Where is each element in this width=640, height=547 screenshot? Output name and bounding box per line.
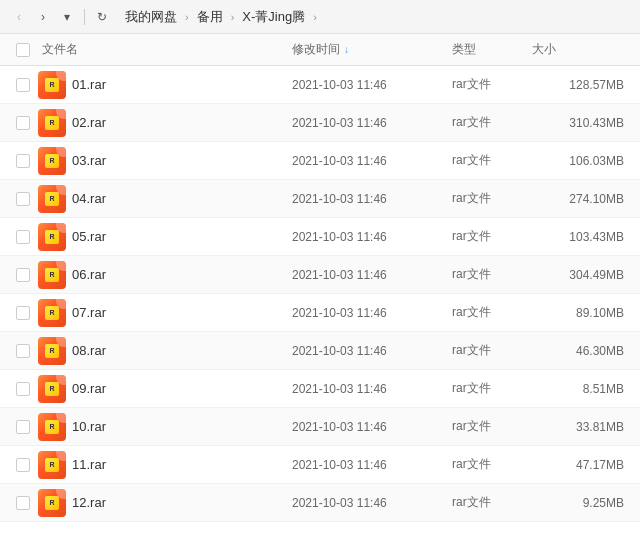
- header-modified-label: 修改时间: [292, 41, 340, 58]
- row-checkbox-10[interactable]: [16, 458, 30, 472]
- row-checkbox-5[interactable]: [16, 268, 30, 282]
- file-size-11: 9.25MB: [532, 496, 632, 510]
- refresh-button[interactable]: ↻: [91, 6, 113, 28]
- header-size[interactable]: 大小: [532, 41, 632, 58]
- table-row[interactable]: R 11.rar 2021-10-03 11:46 rar文件 47.17MB: [0, 446, 640, 484]
- row-checkbox-8[interactable]: [16, 382, 30, 396]
- file-size-9: 33.81MB: [532, 420, 632, 434]
- row-check-10[interactable]: [8, 458, 38, 472]
- row-checkbox-0[interactable]: [16, 78, 30, 92]
- file-size-0: 128.57MB: [532, 78, 632, 92]
- table-row[interactable]: R 07.rar 2021-10-03 11:46 rar文件 89.10MB: [0, 294, 640, 332]
- file-name-9: 10.rar: [72, 419, 292, 434]
- row-check-5[interactable]: [8, 268, 38, 282]
- file-icon-11: R: [38, 489, 66, 517]
- file-size-5: 304.49MB: [532, 268, 632, 282]
- sort-icon: ↓: [344, 44, 349, 55]
- row-checkbox-1[interactable]: [16, 116, 30, 130]
- file-size-10: 47.17MB: [532, 458, 632, 472]
- row-checkbox-2[interactable]: [16, 154, 30, 168]
- row-checkbox-7[interactable]: [16, 344, 30, 358]
- row-checkbox-4[interactable]: [16, 230, 30, 244]
- file-name-0: 01.rar: [72, 77, 292, 92]
- forward-button[interactable]: ›: [32, 6, 54, 28]
- file-modified-5: 2021-10-03 11:46: [292, 268, 452, 282]
- file-modified-2: 2021-10-03 11:46: [292, 154, 452, 168]
- file-type-4: rar文件: [452, 228, 532, 245]
- file-type-2: rar文件: [452, 152, 532, 169]
- breadcrumb-home[interactable]: 我的网盘: [121, 6, 181, 28]
- file-icon-4: R: [38, 223, 66, 251]
- breadcrumb-backup[interactable]: 备用: [193, 6, 227, 28]
- file-size-4: 103.43MB: [532, 230, 632, 244]
- row-checkbox-6[interactable]: [16, 306, 30, 320]
- table-row[interactable]: R 04.rar 2021-10-03 11:46 rar文件 274.10MB: [0, 180, 640, 218]
- table-row[interactable]: R 01.rar 2021-10-03 11:46 rar文件 128.57MB: [0, 66, 640, 104]
- breadcrumb-folder[interactable]: X-菁Jing腾: [238, 6, 309, 28]
- file-size-2: 106.03MB: [532, 154, 632, 168]
- file-type-1: rar文件: [452, 114, 532, 131]
- row-check-7[interactable]: [8, 344, 38, 358]
- header-modified[interactable]: 修改时间 ↓: [292, 41, 452, 58]
- file-modified-10: 2021-10-03 11:46: [292, 458, 452, 472]
- file-modified-6: 2021-10-03 11:46: [292, 306, 452, 320]
- file-type-3: rar文件: [452, 190, 532, 207]
- row-check-8[interactable]: [8, 382, 38, 396]
- header-type[interactable]: 类型: [452, 41, 532, 58]
- file-name-3: 04.rar: [72, 191, 292, 206]
- row-checkbox-11[interactable]: [16, 496, 30, 510]
- file-size-1: 310.43MB: [532, 116, 632, 130]
- file-type-8: rar文件: [452, 380, 532, 397]
- row-check-3[interactable]: [8, 192, 38, 206]
- file-modified-4: 2021-10-03 11:46: [292, 230, 452, 244]
- table-row[interactable]: R 06.rar 2021-10-03 11:46 rar文件 304.49MB: [0, 256, 640, 294]
- row-checkbox-3[interactable]: [16, 192, 30, 206]
- file-name-7: 08.rar: [72, 343, 292, 358]
- dropdown-button[interactable]: ▾: [56, 6, 78, 28]
- file-name-8: 09.rar: [72, 381, 292, 396]
- file-icon-10: R: [38, 451, 66, 479]
- file-size-6: 89.10MB: [532, 306, 632, 320]
- row-check-6[interactable]: [8, 306, 38, 320]
- file-modified-9: 2021-10-03 11:46: [292, 420, 452, 434]
- file-size-7: 46.30MB: [532, 344, 632, 358]
- table-row[interactable]: R 12.rar 2021-10-03 11:46 rar文件 9.25MB: [0, 484, 640, 522]
- header-name[interactable]: 文件名: [38, 41, 292, 58]
- row-check-2[interactable]: [8, 154, 38, 168]
- file-icon-0: R: [38, 71, 66, 99]
- row-check-4[interactable]: [8, 230, 38, 244]
- file-type-11: rar文件: [452, 494, 532, 511]
- table-row[interactable]: R 03.rar 2021-10-03 11:46 rar文件 106.03MB: [0, 142, 640, 180]
- file-name-1: 02.rar: [72, 115, 292, 130]
- header-check[interactable]: [8, 43, 38, 57]
- row-check-9[interactable]: [8, 420, 38, 434]
- file-size-8: 8.51MB: [532, 382, 632, 396]
- table-row[interactable]: R 09.rar 2021-10-03 11:46 rar文件 8.51MB: [0, 370, 640, 408]
- table-row[interactable]: R 08.rar 2021-10-03 11:46 rar文件 46.30MB: [0, 332, 640, 370]
- row-checkbox-9[interactable]: [16, 420, 30, 434]
- file-type-9: rar文件: [452, 418, 532, 435]
- back-button[interactable]: ‹: [8, 6, 30, 28]
- table-row[interactable]: R 10.rar 2021-10-03 11:46 rar文件 33.81MB: [0, 408, 640, 446]
- file-size-3: 274.10MB: [532, 192, 632, 206]
- file-icon-2: R: [38, 147, 66, 175]
- title-bar: ‹ › ▾ ↻ 我的网盘 › 备用 › X-菁Jing腾 ›: [0, 0, 640, 34]
- file-icon-8: R: [38, 375, 66, 403]
- file-type-6: rar文件: [452, 304, 532, 321]
- row-check-0[interactable]: [8, 78, 38, 92]
- select-all-checkbox[interactable]: [16, 43, 30, 57]
- file-name-11: 12.rar: [72, 495, 292, 510]
- table-row[interactable]: R 02.rar 2021-10-03 11:46 rar文件 310.43MB: [0, 104, 640, 142]
- row-check-1[interactable]: [8, 116, 38, 130]
- file-icon-1: R: [38, 109, 66, 137]
- file-icon-9: R: [38, 413, 66, 441]
- file-type-10: rar文件: [452, 456, 532, 473]
- address-bar: 我的网盘 › 备用 › X-菁Jing腾 ›: [113, 6, 632, 28]
- table-row[interactable]: R 05.rar 2021-10-03 11:46 rar文件 103.43MB: [0, 218, 640, 256]
- row-check-11[interactable]: [8, 496, 38, 510]
- file-name-10: 11.rar: [72, 457, 292, 472]
- file-icon-6: R: [38, 299, 66, 327]
- breadcrumb-sep-0: ›: [185, 11, 189, 23]
- file-icon-7: R: [38, 337, 66, 365]
- file-modified-7: 2021-10-03 11:46: [292, 344, 452, 358]
